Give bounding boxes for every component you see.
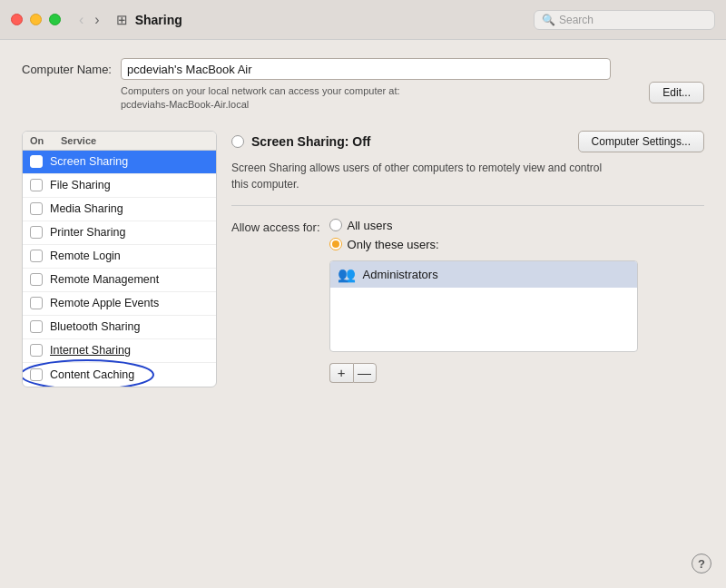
service-status-label: Screen Sharing: Off [251,134,370,149]
radio-all-users[interactable]: All users [329,219,638,232]
window-title: Sharing [135,13,534,27]
computer-name-label: Computer Name: [22,58,112,76]
service-list-panel: On Service Screen Sharing File Sharing M… [22,131,217,387]
computer-name-sub: Computers on your local network can acce… [121,84,640,113]
checkbox-remote-management[interactable] [30,273,43,286]
service-label-bluetooth-sharing: Bluetooth Sharing [50,320,140,333]
all-users-label: All users [348,219,393,232]
service-label-remote-login: Remote Login [50,250,121,262]
checkbox-internet-sharing[interactable] [30,344,43,357]
service-label-media-sharing: Media Sharing [50,202,123,215]
computer-settings-button[interactable]: Computer Settings... [578,131,704,152]
search-box[interactable]: 🔍 [534,10,715,30]
service-item-content-caching[interactable]: Content Caching [23,363,216,387]
access-section: Allow access for: All users Only these u… [231,219,704,383]
maximize-button[interactable] [49,14,61,25]
search-input[interactable] [559,14,707,26]
minimize-button[interactable] [30,14,42,25]
user-row-administrators[interactable]: 👥 Administrators [330,261,637,288]
computer-name-input[interactable] [121,58,611,80]
nav-buttons: ‹ › [75,11,103,29]
service-label-remote-management: Remote Management [50,273,159,286]
checkbox-content-caching[interactable] [30,368,43,381]
access-label: Allow access for: [231,219,320,234]
radio-only-these-users[interactable]: Only these users: [329,238,638,251]
checkbox-media-sharing[interactable] [30,202,43,215]
checkbox-remote-apple-events[interactable] [30,297,43,309]
services-container: On Service Screen Sharing File Sharing M… [22,131,704,387]
back-button[interactable]: ‹ [75,11,87,29]
remove-user-button[interactable]: — [353,363,377,383]
computer-name-section: Computer Name: Computers on your local n… [22,58,704,113]
service-label-printer-sharing: Printer Sharing [50,226,125,239]
forward-button[interactable]: › [91,11,103,29]
service-item-media-sharing[interactable]: Media Sharing [23,198,216,221]
checkbox-remote-login[interactable] [30,250,43,262]
add-user-button[interactable]: + [329,363,353,383]
administrators-icon: 👥 [338,266,356,283]
edit-button[interactable]: Edit... [649,82,704,103]
users-list: 👥 Administrators [329,260,638,352]
service-list-header: On Service [23,132,216,151]
help-button[interactable]: ? [692,554,711,573]
grid-icon: ⊞ [116,12,128,28]
titlebar: ‹ › ⊞ Sharing 🔍 [0,0,726,40]
service-item-remote-management[interactable]: Remote Management [23,269,216,292]
close-button[interactable] [11,14,23,25]
computer-name-right: Computers on your local network can acce… [121,58,640,113]
service-label-screen-sharing: Screen Sharing [50,155,128,168]
main-content: Computer Name: Computers on your local n… [0,40,726,588]
service-item-screen-sharing[interactable]: Screen Sharing [23,151,216,174]
service-item-remote-apple-events[interactable]: Remote Apple Events [23,292,216,316]
service-item-bluetooth-sharing[interactable]: Bluetooth Sharing [23,316,216,339]
checkbox-bluetooth-sharing[interactable] [30,320,43,333]
checkbox-screen-sharing[interactable] [30,155,43,168]
traffic-lights [11,14,61,25]
service-description: Screen Sharing allows users of other com… [231,160,640,192]
service-status-row: Screen Sharing: Off Computer Settings... [231,131,704,152]
search-icon: 🔍 [542,14,555,26]
users-empty [330,288,637,351]
service-item-printer-sharing[interactable]: Printer Sharing [23,221,216,245]
administrators-label: Administrators [363,268,438,281]
service-item-remote-login[interactable]: Remote Login [23,245,216,269]
header-on: On [30,135,61,146]
service-item-file-sharing[interactable]: File Sharing [23,174,216,198]
status-radio-off [231,135,244,148]
service-label-file-sharing: File Sharing [50,179,111,191]
checkbox-printer-sharing[interactable] [30,226,43,239]
only-these-users-label: Only these users: [348,238,439,251]
service-detail-panel: Screen Sharing: Off Computer Settings...… [231,131,704,387]
service-item-internet-sharing[interactable]: Internet Sharing [23,339,216,363]
access-options: All users Only these users: 👥 Administra… [329,219,638,383]
service-label-remote-apple-events: Remote Apple Events [50,297,159,309]
service-label-internet-sharing: Internet Sharing [50,344,131,357]
radio-all-users-circle[interactable] [329,219,342,231]
header-service: Service [61,135,209,146]
radio-only-these-users-circle[interactable] [329,238,342,250]
checkbox-file-sharing[interactable] [30,179,43,191]
divider [231,205,704,206]
list-controls: + — [329,363,638,383]
service-label-content-caching: Content Caching [50,368,134,381]
